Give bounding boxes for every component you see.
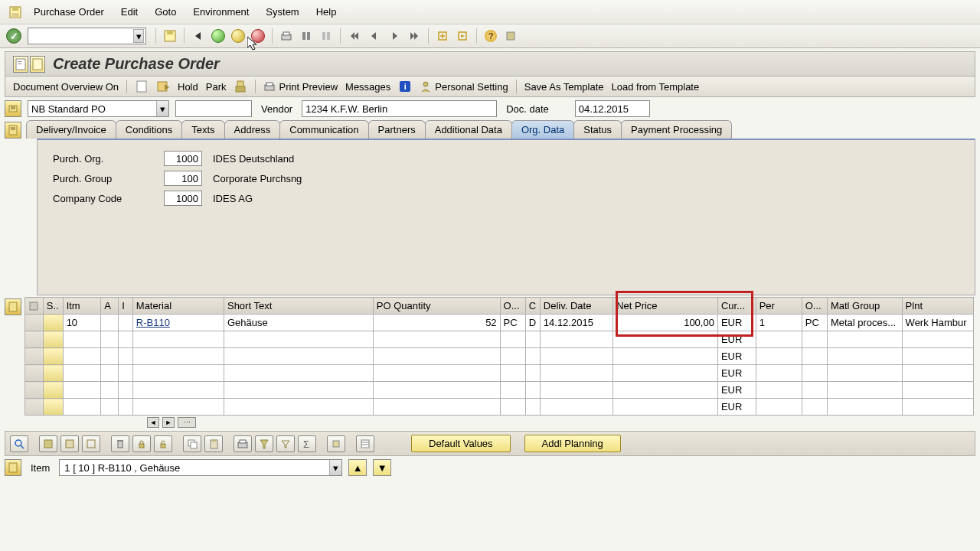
- row-selector[interactable]: [25, 365, 44, 382]
- cell-matl-group[interactable]: [827, 382, 902, 399]
- tab-additional-data[interactable]: Additional Data: [425, 120, 512, 139]
- header-expand-button[interactable]: [5, 122, 21, 139]
- create-icon[interactable]: [135, 80, 149, 93]
- col-short-text[interactable]: Short Text: [224, 298, 373, 315]
- last-page-button[interactable]: [405, 28, 423, 44]
- item-select[interactable]: 1 [ 10 ] R-B110 , Gehäuse▾: [59, 459, 342, 476]
- col-status[interactable]: S..: [43, 298, 63, 315]
- menu-environment[interactable]: Environment: [185, 3, 256, 21]
- cell-currency[interactable]: EUR: [717, 365, 756, 382]
- first-page-button[interactable]: [345, 28, 364, 44]
- back-green-button[interactable]: [209, 28, 227, 44]
- row-selector[interactable]: [25, 399, 44, 416]
- tab-payment-processing[interactable]: Payment Processing: [621, 120, 732, 139]
- row-selector[interactable]: [25, 331, 44, 348]
- cell-net-price[interactable]: [613, 331, 718, 348]
- cell-price-unit[interactable]: [802, 399, 827, 416]
- menu-edit[interactable]: Edit: [113, 3, 145, 21]
- cell-matl-group[interactable]: Metal proces...: [827, 315, 902, 331]
- tab-org-data[interactable]: Org. Data: [511, 120, 574, 139]
- table-row[interactable]: 10R-B110Gehäuse52PCD14.12.2015100,00EUR1…: [25, 315, 974, 331]
- cell-price-unit[interactable]: [802, 365, 827, 382]
- cell-itm[interactable]: [63, 348, 101, 365]
- copy-button[interactable]: [183, 435, 201, 452]
- col-itm[interactable]: Itm: [63, 298, 101, 315]
- cell-a[interactable]: [101, 331, 119, 348]
- cell-a[interactable]: [101, 315, 119, 331]
- cell-material[interactable]: [132, 365, 224, 382]
- cell-qty[interactable]: [373, 348, 500, 365]
- cell-uom[interactable]: [500, 365, 525, 382]
- menu-purchase-order[interactable]: Purchase Order: [26, 3, 112, 21]
- cell-currency[interactable]: EUR: [717, 382, 756, 399]
- cell-material[interactable]: [132, 348, 224, 365]
- col-plant[interactable]: Plnt: [902, 298, 973, 315]
- row-selector[interactable]: [25, 315, 44, 331]
- cell-qty[interactable]: 52: [373, 315, 500, 331]
- cell-matl-group[interactable]: [827, 365, 902, 382]
- item-up-button[interactable]: ▲: [348, 459, 367, 476]
- cell-deliv-date[interactable]: 14.12.2015: [540, 315, 612, 331]
- new-session-button[interactable]: [433, 28, 452, 44]
- cell-qty[interactable]: [373, 382, 500, 399]
- duplicate-button[interactable]: [327, 435, 345, 452]
- doc-date-field[interactable]: [575, 100, 650, 117]
- cell-plant[interactable]: Werk Hambur: [902, 315, 973, 331]
- cell-net-price[interactable]: [613, 399, 718, 416]
- cell-price-unit[interactable]: PC: [802, 315, 827, 331]
- cell-a[interactable]: [101, 365, 119, 382]
- unlock-button[interactable]: [154, 435, 172, 452]
- vendor-field[interactable]: [302, 100, 497, 117]
- items-expand-button[interactable]: [5, 298, 21, 315]
- col-per[interactable]: Per: [756, 298, 802, 315]
- dropdown-icon[interactable]: ▾: [156, 101, 168, 116]
- cell-qty[interactable]: [373, 331, 500, 348]
- scroll-right-button[interactable]: ►: [162, 417, 175, 428]
- cell-matl-group[interactable]: [827, 399, 902, 416]
- cell-price-unit[interactable]: [802, 382, 827, 399]
- col-i[interactable]: I: [119, 298, 133, 315]
- sum-button[interactable]: Σ: [298, 435, 316, 452]
- hold-button[interactable]: Hold: [178, 81, 198, 93]
- menu-save-icon[interactable]: [6, 5, 24, 20]
- po-type-select[interactable]: NB Standard PO▾: [28, 100, 169, 117]
- personal-setting-button[interactable]: Personal Setting: [420, 80, 508, 93]
- customize-button[interactable]: [501, 28, 520, 44]
- load-from-template-button[interactable]: Load from Template: [612, 81, 700, 93]
- table-row[interactable]: EUR: [25, 382, 974, 399]
- cell-short-text[interactable]: Gehäuse: [224, 315, 373, 331]
- lock-button[interactable]: [132, 435, 151, 452]
- prev-page-button[interactable]: [365, 28, 384, 44]
- cell-per[interactable]: [756, 382, 802, 399]
- addl-planning-button[interactable]: Addl Planning: [524, 435, 621, 452]
- cell-material[interactable]: [132, 399, 224, 416]
- cell-per[interactable]: 1: [756, 315, 802, 331]
- cell-per[interactable]: [756, 348, 802, 365]
- menu-goto[interactable]: Goto: [147, 3, 184, 21]
- enter-icon[interactable]: ✓: [6, 28, 21, 44]
- col-matl-group[interactable]: Matl Group: [827, 298, 902, 315]
- purch-group-field[interactable]: [164, 171, 202, 186]
- row-status[interactable]: [43, 331, 63, 348]
- cell-a[interactable]: [101, 382, 119, 399]
- tab-communication[interactable]: Communication: [279, 120, 368, 139]
- cell-plant[interactable]: [902, 365, 973, 382]
- cell-i[interactable]: [119, 331, 133, 348]
- po-number-field[interactable]: [175, 100, 252, 117]
- cell-currency[interactable]: EUR: [717, 331, 756, 348]
- cell-itm[interactable]: [63, 399, 101, 416]
- col-a[interactable]: A: [101, 298, 119, 315]
- col-delivery-date[interactable]: Deliv. Date: [540, 298, 612, 315]
- cell-a[interactable]: [101, 348, 119, 365]
- cell-net-price[interactable]: [613, 348, 718, 365]
- menu-help[interactable]: Help: [309, 3, 345, 21]
- cell-short-text[interactable]: [224, 348, 373, 365]
- detail-button[interactable]: [10, 435, 28, 452]
- help-button[interactable]: ?: [482, 28, 500, 44]
- header-collapse-button[interactable]: [5, 100, 21, 117]
- cell-i[interactable]: [119, 382, 133, 399]
- doc-new-icon[interactable]: [30, 56, 45, 73]
- cell-material[interactable]: [132, 331, 224, 348]
- cell-a[interactable]: [101, 399, 119, 416]
- cell-c[interactable]: [525, 331, 540, 348]
